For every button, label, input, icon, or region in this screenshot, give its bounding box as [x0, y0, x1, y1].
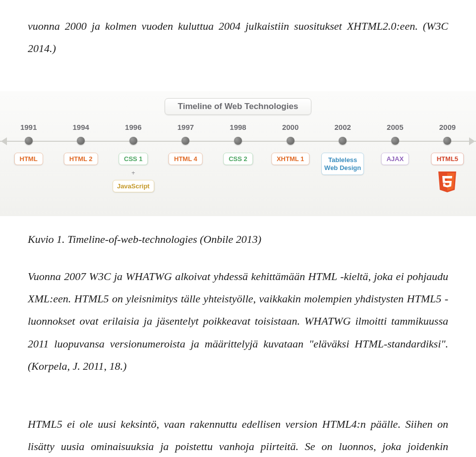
timeline-tech-label: HTML 2	[64, 153, 98, 165]
timeline-year: 1997	[161, 123, 210, 131]
plus-icon: +	[109, 169, 158, 176]
timeline-year: 2005	[370, 123, 420, 131]
timeline-tech-label: AJAX	[381, 153, 409, 165]
timeline-tech-label: HTML 4	[169, 153, 203, 165]
timeline-dot-icon	[443, 137, 451, 145]
timeline-figure: Timeline of Web Technologies 1991HTML199…	[0, 91, 476, 216]
timeline-dot-icon	[181, 137, 189, 145]
figure-caption: Kuvio 1. Timeline-of-web-technologies (O…	[28, 228, 448, 250]
timeline-tech-label: HTML	[14, 153, 43, 165]
timeline-year: 1998	[213, 123, 263, 131]
timeline-year: 2009	[422, 123, 472, 131]
timeline-year: 2000	[266, 123, 315, 131]
timeline-year: 1991	[4, 123, 54, 131]
timeline-tech-label: XHTML 1	[271, 153, 309, 165]
timeline-area: 1991HTML1994HTML 21996CSS 1+JavaScript19…	[0, 123, 476, 207]
timeline-year: 1994	[56, 123, 106, 131]
body-paragraph-2: Vuonna 2007 W3C ja WHATWG alkoivat yhdes…	[28, 265, 448, 377]
timeline-dot-icon	[339, 137, 347, 145]
timeline-year: 2002	[318, 123, 367, 131]
timeline-arrow-right-icon	[469, 137, 475, 145]
timeline-dot-icon	[25, 137, 33, 145]
timeline-tech-label: Tableless Web Design	[321, 153, 364, 175]
timeline-year: 1996	[109, 123, 158, 131]
body-paragraph-3: HTML5 ei ole uusi keksintö, vaan rakennu…	[28, 413, 448, 457]
figure-title: Timeline of Web Technologies	[165, 98, 312, 115]
timeline-subtech-label: JavaScript	[113, 180, 154, 192]
timeline-tech-label: CSS 1	[119, 153, 148, 165]
timeline-tech-label: CSS 2	[223, 153, 253, 165]
timeline-dot-icon	[77, 137, 85, 145]
intro-paragraph: vuonna 2000 ja kolmen vuoden kuluttua 20…	[28, 15, 448, 59]
timeline-tech-label: HTML5	[431, 153, 464, 165]
timeline-dot-icon	[129, 137, 137, 145]
timeline-dot-icon	[391, 137, 399, 145]
timeline-dot-icon	[287, 137, 295, 145]
timeline-dot-icon	[234, 137, 242, 145]
html5-shield-icon	[437, 170, 458, 194]
